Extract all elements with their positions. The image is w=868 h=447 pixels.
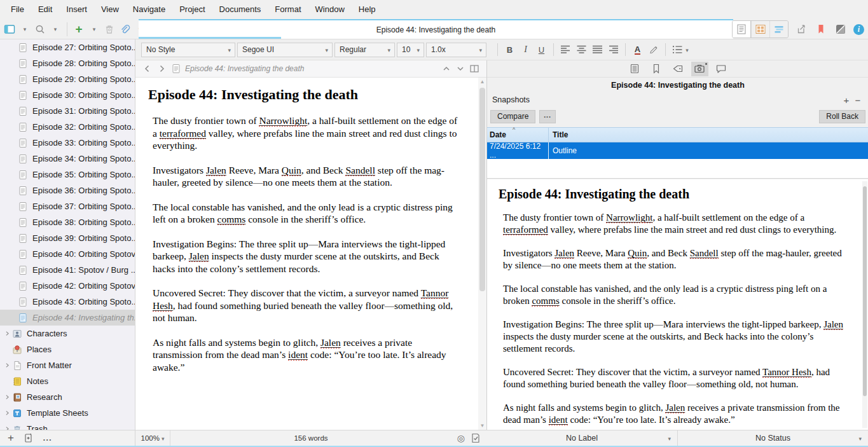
line-spacing-dropdown[interactable]: 1.0x [426, 43, 486, 57]
snapshot-more-button[interactable] [539, 110, 556, 123]
binder-item-episode-32-orbiting-spoto[interactable]: Episode 32: Orbiting Spoto... [0, 119, 135, 135]
editor-scroll-thumb[interactable] [479, 88, 485, 291]
prev-doc-icon[interactable] [439, 61, 453, 76]
document-body[interactable]: Episode 44: Investigating the deathThe d… [153, 86, 460, 373]
binder-more-button[interactable] [43, 432, 52, 444]
binder-item-episode-28-orbiting-spoto[interactable]: Episode 28: Orbiting Spoto... [0, 55, 135, 71]
document-view-button[interactable] [733, 21, 751, 38]
style-dropdown[interactable]: No Style [141, 43, 235, 57]
binder-item-episode-34-orbiting-spoto[interactable]: Episode 34: Orbiting Spoto... [0, 151, 135, 167]
align-left-button[interactable] [558, 43, 574, 57]
binder-item-episode-31-orbiting-spoto[interactable]: Episode 31: Orbiting Spoto... [0, 103, 135, 119]
share-icon[interactable] [794, 22, 808, 37]
align-justify-button[interactable] [589, 43, 605, 57]
nav-back-icon[interactable] [141, 61, 155, 76]
binder-item-trash[interactable]: Trash [0, 421, 135, 430]
target-icon[interactable] [457, 433, 465, 443]
binder-toggle-dropdown[interactable] [18, 22, 32, 37]
italic-button[interactable]: I [518, 43, 534, 57]
zoom-dropdown[interactable]: 100% [135, 430, 170, 446]
binder-item-episode-40-orbiting-spotov[interactable]: Episode 40: Orbiting Spotov [0, 246, 135, 262]
search-dropdown[interactable] [48, 22, 62, 37]
editor-content[interactable]: Episode 44: Investigating the deathThe d… [135, 78, 478, 430]
menu-format[interactable]: Format [268, 0, 308, 19]
compose-mode-icon[interactable] [834, 22, 848, 37]
menu-edit[interactable]: Edit [31, 0, 59, 19]
binder-item-episode-35-orbiting-spoto[interactable]: Episode 35: Orbiting Spoto... [0, 167, 135, 182]
next-doc-icon[interactable] [453, 61, 467, 76]
editor-scrollbar[interactable]: ▲ ▼ [478, 78, 486, 430]
binder-item-template-sheets[interactable]: Template Sheets [0, 405, 135, 421]
binder-item-places[interactable]: Places [0, 341, 135, 357]
binder-item-episode-27-orbiting-spoto[interactable]: Episode 27: Orbiting Spoto... [0, 39, 135, 55]
add-item-dropdown[interactable] [87, 22, 101, 37]
corkboard-view-button[interactable] [751, 21, 769, 38]
menu-window[interactable]: Window [308, 0, 352, 19]
rollback-button[interactable]: Roll Back [819, 110, 865, 123]
font-dropdown[interactable]: Segoe UI [237, 43, 333, 57]
column-date[interactable]: Date [487, 128, 549, 142]
search-button[interactable] [33, 22, 47, 37]
bold-button[interactable]: B [502, 43, 518, 57]
preview-scrollbar[interactable] [862, 181, 867, 428]
binder-item-characters[interactable]: Characters [0, 326, 135, 341]
font-variant-dropdown[interactable]: Regular [334, 43, 395, 57]
add-snapshot-button[interactable] [841, 95, 852, 106]
binder-item-episode-37-orbiting-spoto[interactable]: Episode 37: Orbiting Spoto... [0, 198, 135, 214]
menu-insert[interactable]: Insert [59, 0, 94, 19]
binder-item-episode-42-orbiting-spotov[interactable]: Episode 42: Orbiting Spotov [0, 278, 135, 294]
add-item-button[interactable]: + [72, 22, 86, 37]
binder-add-doc-button[interactable] [23, 432, 34, 444]
binder-item-research[interactable]: Research [0, 389, 135, 405]
remove-snapshot-button[interactable] [852, 95, 864, 106]
preview-scroll-thumb[interactable] [863, 186, 867, 396]
align-center-button[interactable] [574, 43, 589, 57]
outliner-view-button[interactable] [769, 21, 788, 38]
binder-add-button[interactable] [8, 432, 14, 444]
binder-item-episode-43-orbiting-spoto[interactable]: Episode 43: Orbiting Spoto... [0, 294, 135, 310]
binder-item-episode-38-orbiting-spoto[interactable]: Episode 38: Orbiting Spoto... [0, 214, 135, 230]
disclosure-chevron-icon[interactable] [3, 361, 12, 369]
menu-documents[interactable]: Documents [212, 0, 268, 19]
snapshot-row-selected[interactable]: 7/24/2025 6:12 ... Outline [487, 142, 868, 159]
menu-navigate[interactable]: Navigate [126, 0, 172, 19]
tab-snapshots[interactable] [691, 62, 708, 76]
tab-bookmarks[interactable] [648, 62, 665, 76]
font-size-dropdown[interactable]: 10 [397, 43, 424, 57]
label-dropdown[interactable]: No Label [486, 430, 677, 446]
snapshot-preview[interactable]: Episode 44: Investigating the deathThe d… [487, 179, 868, 430]
align-right-button[interactable] [605, 43, 621, 57]
list-button[interactable] [670, 43, 691, 57]
scroll-up-arrow[interactable]: ▲ [478, 79, 486, 85]
status-dropdown[interactable]: No Status [677, 430, 868, 446]
underline-button[interactable]: U [534, 43, 549, 57]
highlight-button[interactable] [645, 43, 661, 57]
disclosure-chevron-icon[interactable] [3, 425, 12, 430]
bookmark-icon[interactable] [814, 22, 828, 37]
text-color-button[interactable]: A [635, 45, 640, 55]
menu-file[interactable]: File [4, 0, 31, 19]
tab-metadata[interactable] [670, 62, 687, 76]
trash-button[interactable] [102, 22, 116, 37]
page-check-icon[interactable] [470, 432, 481, 444]
attach-button[interactable] [118, 22, 132, 37]
nav-forward-icon[interactable] [155, 61, 169, 76]
tab-synopsis[interactable] [626, 62, 644, 76]
binder-item-episode-41-spotov-burg[interactable]: Episode 41: Spotov / Burg ... [0, 262, 135, 278]
tab-comments[interactable] [713, 62, 730, 76]
binder-item-episode-30-orbiting-spoto[interactable]: Episode 30: Orbiting Spoto... [0, 87, 135, 103]
disclosure-chevron-icon[interactable] [3, 393, 12, 401]
info-icon[interactable]: i [853, 24, 864, 35]
binder-item-episode-36-orbiting-spoto[interactable]: Episode 36: Orbiting Spoto... [0, 182, 135, 198]
split-editor-icon[interactable] [467, 61, 481, 76]
menu-project[interactable]: Project [172, 0, 212, 19]
menu-view[interactable]: View [94, 0, 126, 19]
binder-item-episode-39-orbiting-spoto[interactable]: Episode 39: Orbiting Spoto... [0, 230, 135, 246]
compare-button[interactable]: Compare [490, 110, 535, 123]
binder-item-episode-33-orbiting-spoto[interactable]: Episode 33: Orbiting Spoto... [0, 135, 135, 151]
menu-help[interactable]: Help [352, 0, 383, 19]
column-title[interactable]: Title [549, 128, 868, 142]
disclosure-chevron-icon[interactable] [3, 409, 12, 417]
scroll-down-arrow[interactable]: ▼ [478, 423, 486, 429]
binder-item-episode-29-orbiting-spoto[interactable]: Episode 29: Orbiting Spoto... [0, 71, 135, 87]
